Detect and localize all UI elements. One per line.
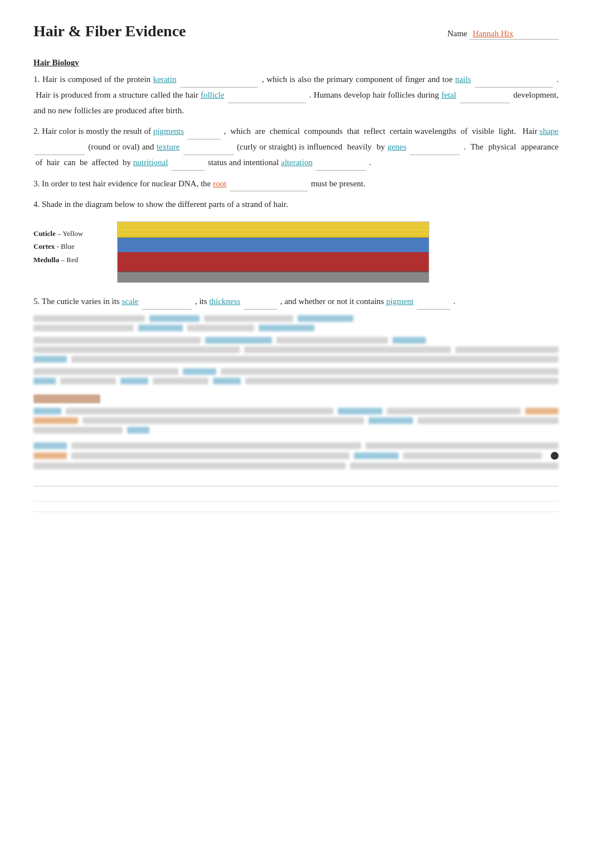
blank-line-fetal: [460, 103, 510, 103]
item-3: 3. In order to test hair evidence for nu…: [33, 176, 559, 192]
item-3-text1: 3. In order to test hair evidence for nu…: [33, 179, 213, 188]
item-1-text1: , which is also the primary component of…: [262, 75, 455, 84]
blank-line-nutritional: [171, 170, 205, 171]
blurred-fiber-row-2: [33, 417, 559, 424]
blur-fiber-1d: [387, 408, 521, 414]
blurred-fiber-row-1: [33, 408, 559, 414]
blur-seg-6c: [221, 368, 559, 375]
blur-last-2a: [33, 452, 67, 459]
item-1: 1. Hair is composed of the protein kerat…: [33, 72, 559, 118]
footer-area: [33, 486, 559, 512]
blank-line-thickness: [244, 309, 277, 310]
blank-root: root: [213, 179, 226, 188]
footer-line-1: [33, 501, 559, 501]
blank-follicle: follicle: [201, 90, 224, 99]
blur-seg-7b: [60, 378, 116, 384]
item-2: 2. Hair color is mostly the result of pi…: [33, 124, 559, 170]
blur-fiber-2c: [368, 417, 413, 424]
legend-cuticle: Cuticle – Yellow: [33, 227, 106, 240]
blurred-section-title: [33, 394, 100, 403]
item-2-intro: 2. Hair color is mostly the result of: [33, 127, 153, 136]
blank-nails: nails: [455, 75, 471, 84]
blur-last-2c: [354, 452, 399, 459]
blur-seg-6b: [183, 368, 216, 375]
blurred-row-3: [33, 337, 559, 344]
item-4: 4. Shade in the diagram below to show th…: [33, 197, 559, 213]
name-value: Hannah Hix: [473, 29, 513, 38]
blank-nutritional: nutritional: [133, 158, 168, 167]
blurred-row-1: [33, 315, 559, 322]
blur-fiber-2b: [83, 417, 364, 424]
blur-seg-7c: [120, 378, 148, 384]
blurred-row-5: [33, 356, 559, 363]
item-5-text1: 5. The cuticle varies in its: [33, 297, 122, 306]
blur-seg-3c: [276, 337, 388, 344]
blur-seg-7d: [153, 378, 208, 384]
blur-last-1a: [33, 442, 67, 449]
item-2-text6: .: [369, 158, 371, 167]
blur-fiber-2a: [33, 417, 78, 424]
blank-scale: scale: [122, 297, 138, 306]
blur-seg-7f: [245, 378, 559, 384]
page-title: Hair & Fiber Evidence: [33, 22, 186, 40]
blank-shape: shape: [540, 127, 559, 136]
item-5: 5. The cuticle varies in its scale , its…: [33, 294, 559, 310]
item-3-text2: must be present.: [311, 179, 366, 188]
blank-line-shape: [35, 155, 85, 155]
blur-last-1b: [71, 442, 361, 449]
dot-bullet-icon: [551, 452, 559, 460]
item-2-text5: status and intentional: [208, 158, 281, 167]
item-4-text: 4. Shade in the diagram below to show th…: [33, 200, 288, 209]
item-2-text2: (round or oval) and: [88, 142, 156, 151]
blurred-section-last: [33, 442, 559, 469]
blank-line-keratin: [180, 87, 258, 88]
hair-medulla-layer: [118, 252, 429, 272]
page-header: Hair & Fiber Evidence Name Hannah Hix: [33, 22, 559, 45]
blurred-last-row-2: [33, 452, 559, 460]
blur-seg-1a: [33, 315, 145, 322]
blank-line-root: [230, 191, 308, 191]
blur-seg-7a: [33, 378, 56, 384]
blur-seg-4b: [244, 346, 450, 353]
blur-seg-3b: [205, 337, 272, 344]
blur-fiber-1c: [338, 408, 382, 414]
blurred-section-7: [33, 337, 559, 363]
item-5-text4: .: [453, 297, 455, 306]
blurred-section-6: [33, 315, 559, 331]
blur-seg-1d: [298, 315, 353, 322]
hair-strand-diagram: [117, 221, 429, 283]
blur-seg-3d: [392, 337, 426, 344]
blurred-row-6: [33, 368, 559, 375]
blur-last-2d: [403, 452, 542, 459]
blank-keratin: keratin: [153, 75, 177, 84]
blurred-last-row-1: [33, 442, 559, 449]
blank-line-nails: [475, 87, 553, 88]
blank-fetal: fetal: [441, 90, 457, 99]
blur-fiber-1b: [66, 408, 333, 414]
blur-fiber-1a: [33, 408, 61, 414]
blurred-row-2: [33, 325, 559, 331]
blur-seg-2d: [259, 325, 314, 331]
blurred-fiber-row-3: [33, 427, 559, 433]
blank-thickness: thickness: [209, 297, 240, 306]
blurred-row-4: [33, 346, 559, 353]
blank-alteration: alteration: [281, 158, 313, 167]
blurred-row-7: [33, 378, 559, 384]
blur-seg-7e: [213, 378, 241, 384]
blurred-section-title-area: [33, 394, 559, 433]
blank-pigments: pigments: [153, 127, 184, 136]
blur-seg-4a: [33, 346, 240, 353]
blur-last-3b: [350, 462, 559, 469]
blur-seg-2a: [33, 325, 134, 331]
hair-cortex-layer: [118, 238, 429, 252]
blur-last-2b: [71, 452, 350, 459]
blur-last-1c: [366, 442, 559, 449]
cuticle-scale-pattern: [118, 222, 429, 238]
name-label: Name: [447, 29, 467, 38]
blur-seg-5b: [71, 356, 559, 363]
blur-seg-1c: [204, 315, 293, 322]
blur-seg-2c: [187, 325, 254, 331]
blur-last-3a: [33, 462, 346, 469]
blank-line-follicle: [228, 103, 306, 103]
blur-fiber-3b: [127, 427, 149, 433]
